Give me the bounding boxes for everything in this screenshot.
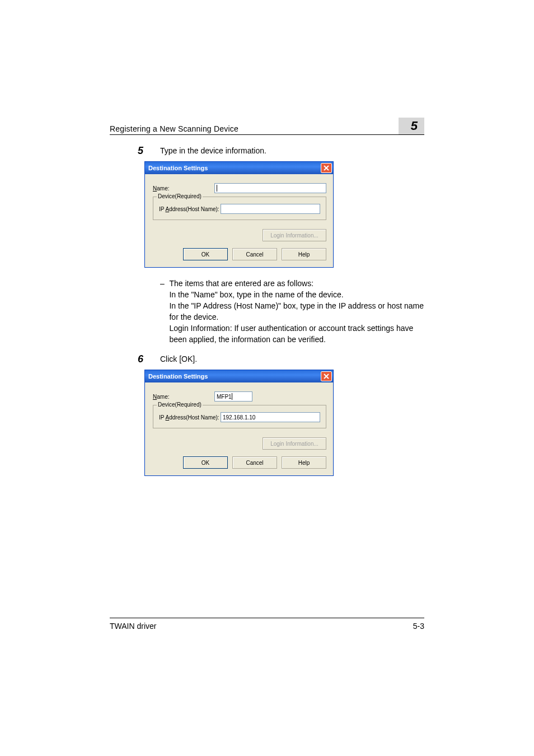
step-6: 6 Click [OK]. — [110, 353, 424, 365]
device-fieldset: Device(Required) IP Address(Host Name): — [153, 197, 326, 220]
button-row: OK Cancel Help — [153, 456, 326, 469]
name-input[interactable] — [214, 183, 326, 193]
dialog-title: Destination Settings — [148, 165, 208, 171]
fieldset-legend: Device(Required) — [157, 402, 203, 408]
step-number: 5 — [110, 144, 160, 157]
ip-input[interactable] — [221, 204, 320, 214]
step-text: Click [OK]. — [160, 353, 424, 365]
page-header: Registering a New Scanning Device 5 — [110, 118, 424, 135]
ip-input[interactable]: 192.168.1.10 — [221, 412, 320, 422]
cancel-button[interactable]: Cancel — [232, 248, 277, 260]
name-row: Name: — [153, 183, 326, 193]
login-information-button[interactable]: Login Information... — [263, 229, 326, 241]
step-5: 5 Type in the device information. — [110, 144, 424, 157]
sublist-row: – The items that are entered are as foll… — [160, 278, 424, 345]
name-label: Name: — [153, 394, 214, 400]
ok-button[interactable]: OK — [183, 248, 228, 260]
dash: – — [160, 278, 169, 345]
dialog-titlebar[interactable]: Destination Settings — [145, 370, 333, 382]
header-title: Registering a New Scanning Device — [110, 124, 238, 133]
text-cursor — [217, 185, 217, 192]
close-icon — [321, 164, 331, 172]
ip-row: IP Address(Host Name): 192.168.1.10 — [159, 412, 320, 422]
step-number: 6 — [110, 353, 160, 365]
button-row: OK Cancel Help — [153, 248, 326, 260]
ok-button[interactable]: OK — [183, 456, 228, 469]
chapter-number: 5 — [399, 118, 424, 134]
name-input[interactable]: MFP1 — [214, 391, 252, 402]
close-icon — [321, 372, 331, 381]
dialog-body: Name: Device(Required) IP Address(Host N… — [145, 174, 333, 267]
destination-settings-dialog-2: Destination Settings Name: MFP1 — [144, 370, 334, 476]
page-content: 5 Type in the device information. Destin… — [110, 144, 424, 486]
help-button[interactable]: Help — [282, 248, 326, 260]
page-footer: TWAIN driver 5-3 — [110, 618, 424, 631]
login-information-button[interactable]: Login Information... — [263, 437, 326, 450]
dialog-titlebar[interactable]: Destination Settings — [145, 162, 333, 174]
login-row: Login Information... — [153, 229, 326, 241]
close-button[interactable] — [321, 371, 332, 381]
footer-right: 5-3 — [413, 622, 424, 631]
step-text: Type in the device information. — [160, 144, 424, 157]
dialog-title: Destination Settings — [148, 373, 208, 380]
text-cursor — [232, 393, 232, 400]
footer-left: TWAIN driver — [110, 622, 156, 631]
ip-label: IP Address(Host Name): — [159, 206, 221, 212]
cancel-button[interactable]: Cancel — [232, 456, 277, 469]
close-button[interactable] — [321, 163, 332, 173]
fieldset-legend: Device(Required) — [157, 193, 203, 199]
sublist-text: The items that are entered are as follow… — [169, 278, 424, 345]
name-label: Name: — [153, 185, 214, 192]
step5-sublist: – The items that are entered are as foll… — [160, 278, 424, 345]
login-row: Login Information... — [153, 437, 326, 450]
dialog-body: Name: MFP1 Device(Required) IP Address(H… — [145, 382, 333, 475]
destination-settings-dialog-1: Destination Settings Name: — [144, 161, 334, 268]
ip-row: IP Address(Host Name): — [159, 204, 320, 214]
help-button[interactable]: Help — [282, 456, 326, 469]
device-fieldset: Device(Required) IP Address(Host Name): … — [153, 405, 326, 428]
name-row: Name: MFP1 — [153, 391, 326, 402]
ip-label: IP Address(Host Name): — [159, 414, 221, 421]
